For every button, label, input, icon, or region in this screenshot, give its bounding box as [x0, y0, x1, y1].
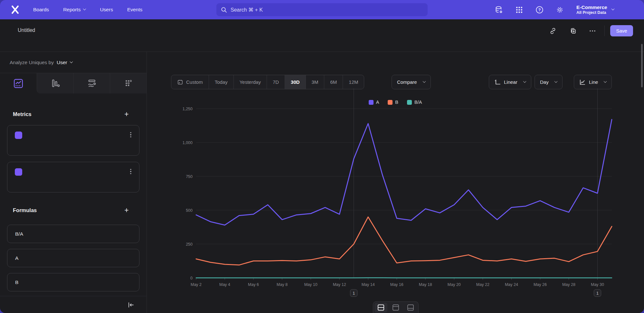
more-options-icon[interactable] — [589, 27, 596, 35]
add-formula-button[interactable]: + — [122, 206, 131, 215]
metric-letter-badge — [15, 132, 22, 139]
range-label: 30D — [291, 79, 300, 85]
apps-grid-icon[interactable] — [515, 5, 524, 14]
settings-gear-icon[interactable] — [555, 5, 564, 14]
duplicate-icon[interactable] — [569, 27, 577, 35]
formula-label: A — [15, 255, 18, 261]
formula-card[interactable]: B/A — [7, 225, 139, 243]
calendar-icon — [177, 79, 183, 85]
x-axis-tick-label: May 20 — [448, 282, 461, 287]
nav-item-reports[interactable]: Reports — [63, 7, 86, 13]
layout-split-view-button[interactable] — [374, 303, 387, 312]
x-axis-tick-label: May 18 — [419, 282, 432, 287]
x-axis-tick-label: May 22 — [476, 282, 489, 287]
top-nav: BoardsReportsUsersEvents Search ⌘ + K — [0, 0, 644, 19]
scrollbar-thumb[interactable] — [641, 44, 643, 87]
save-button[interactable]: Save — [610, 25, 633, 36]
x-axis-tick-label: May 4 — [219, 282, 230, 287]
search-placeholder: Search ⌘ + K — [231, 7, 263, 13]
chevron-down-icon — [70, 60, 73, 63]
search-icon — [221, 7, 227, 13]
layout-chart-bottom-button[interactable] — [404, 303, 417, 312]
report-title[interactable]: Untitled — [18, 27, 35, 33]
x-axis-tick-label: May 12 — [333, 282, 346, 287]
mixpanel-logo-icon[interactable] — [10, 5, 20, 15]
nav-right-cluster: ? E-Commerce All Project Data — [495, 0, 614, 19]
x-axis-tick-label: May 16 — [390, 282, 403, 287]
project-switcher[interactable]: E-Commerce All Project Data — [576, 4, 614, 15]
x-axis-tick-label: May 14 — [362, 282, 375, 287]
x-axis-tick-label: May 24 — [505, 282, 518, 287]
split-view-icon — [377, 304, 385, 311]
y-axis-tick-label: 0 — [190, 276, 193, 280]
chevron-down-icon — [604, 80, 607, 83]
formula-card[interactable]: B — [7, 273, 139, 291]
range-label: 7D — [273, 79, 279, 85]
layout-chart-top-button[interactable] — [389, 303, 402, 312]
y-axis-tick-label: 250 — [186, 242, 193, 247]
nav-item-boards[interactable]: Boards — [33, 7, 49, 13]
app-window: BoardsReportsUsersEvents Search ⌘ + K — [0, 0, 644, 313]
layout-switcher — [373, 301, 419, 313]
toolbar-divider — [604, 25, 605, 36]
tab-flows[interactable] — [73, 73, 110, 93]
svg-text:?: ? — [538, 7, 541, 12]
tab-retention[interactable] — [110, 73, 147, 93]
add-metric-button[interactable]: + — [122, 110, 131, 119]
chevron-down-icon — [523, 80, 526, 83]
metric-card-b[interactable] — [7, 162, 139, 192]
linear-axis-icon — [494, 79, 501, 85]
chart-area: 02505007501,0001,25011May 2May 4May 6May… — [174, 86, 625, 300]
funnels-icon — [50, 78, 60, 89]
tab-insights[interactable] — [0, 73, 37, 93]
x-axis-tick-label: May 2 — [191, 282, 202, 287]
range-label: Today — [215, 79, 228, 85]
data-management-icon[interactable] — [495, 5, 503, 14]
sidebar-divider — [147, 52, 147, 313]
series-line-b[interactable] — [196, 217, 612, 265]
x-axis-tick-label: May 30 — [591, 282, 604, 287]
chevron-down-icon — [611, 7, 614, 10]
annotation-badge-label: 1 — [596, 291, 599, 296]
sidebar-footer-divider — [0, 296, 147, 296]
nav-menu: BoardsReportsUsersEvents — [33, 7, 142, 13]
chevron-down-icon — [83, 7, 86, 10]
nav-item-label: Users — [100, 7, 113, 13]
annotation-badge-label: 1 — [353, 291, 355, 296]
project-name: E-Commerce — [576, 4, 607, 10]
metric-options-icon[interactable] — [128, 132, 134, 139]
tab-funnels[interactable] — [37, 73, 73, 93]
x-axis-tick-label: May 26 — [534, 282, 547, 287]
help-icon[interactable]: ? — [535, 5, 544, 14]
x-axis-tick-label: May 6 — [248, 282, 259, 287]
project-scope: All Project Data — [576, 10, 607, 15]
x-axis-tick-label: May 8 — [277, 282, 288, 287]
flows-icon — [87, 78, 97, 89]
nav-item-users[interactable]: Users — [100, 7, 113, 13]
copy-link-icon[interactable] — [549, 27, 557, 35]
chart-bottom-icon — [407, 304, 414, 311]
search-input[interactable]: Search ⌘ + K — [216, 3, 428, 16]
insights-chart-icon — [13, 78, 24, 89]
y-axis-tick-label: 1,250 — [183, 107, 193, 111]
range-label: Yesterday — [240, 79, 261, 85]
range-label: 6M — [330, 79, 337, 85]
formulas-section-title: Formulas — [13, 207, 37, 213]
metrics-section-title: Metrics — [13, 111, 32, 117]
nav-item-label: Boards — [33, 7, 49, 13]
formula-card[interactable]: A — [7, 249, 139, 267]
range-label: 12M — [349, 79, 358, 85]
analyze-by-dropdown[interactable]: User — [57, 60, 72, 65]
collapse-sidebar-icon[interactable] — [126, 301, 135, 309]
y-axis-tick-label: 1,000 — [183, 141, 193, 145]
nav-item-events[interactable]: Events — [127, 7, 142, 13]
series-line-a[interactable] — [196, 120, 612, 225]
line-chart: 02505007501,0001,25011May 2May 4May 6May… — [174, 86, 625, 300]
chevron-down-icon — [422, 80, 426, 83]
nav-item-label: Events — [127, 7, 142, 13]
y-axis-tick-label: 750 — [186, 174, 193, 179]
metric-card-a[interactable] — [7, 125, 139, 156]
metric-options-icon[interactable] — [128, 169, 134, 175]
retention-icon — [124, 79, 133, 88]
analyze-label: Analyze Uniques by — [10, 60, 54, 65]
